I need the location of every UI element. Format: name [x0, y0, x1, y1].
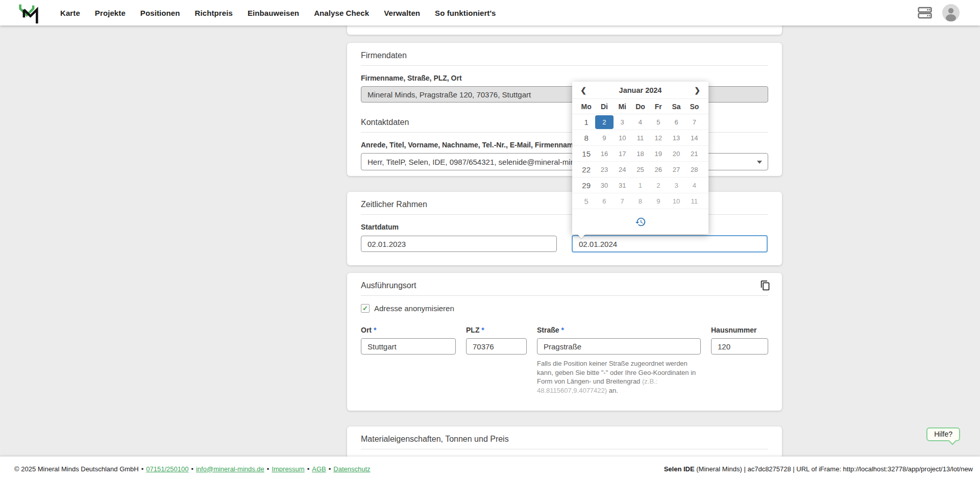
material-title: Materialeigenschaften, Tonnen und Preis — [347, 426, 782, 449]
footer-separator: • — [141, 465, 144, 473]
calendar-day[interactable]: 23 — [595, 163, 613, 176]
nav-right — [918, 4, 960, 21]
nav-item-richtpreis[interactable]: Richtpreis — [195, 9, 233, 17]
calendar-day[interactable]: 2 — [649, 179, 667, 192]
nav-item-projekte[interactable]: Projekte — [95, 9, 126, 17]
calendar-week-row: 15161718192021 — [572, 146, 708, 162]
calendar-day[interactable]: 3 — [667, 179, 685, 192]
zeitraum-title: Zeitlicher Rahmen — [347, 192, 782, 214]
nav-item-analyse-check[interactable]: Analyse Check — [314, 9, 369, 17]
calendar-day[interactable]: 8 — [631, 194, 649, 208]
server-storage-icon[interactable] — [918, 7, 932, 19]
kontaktdaten-title: Kontaktdaten — [347, 103, 782, 132]
mineral-minds-logo[interactable] — [18, 3, 39, 24]
footer-link-07151-250100[interactable]: 07151/250100 — [146, 465, 188, 473]
day-header-di: Di — [595, 103, 613, 111]
help-button[interactable]: Hilfe? — [926, 427, 960, 441]
calendar-day[interactable]: 17 — [614, 147, 631, 161]
calendar-day[interactable]: 3 — [614, 115, 631, 129]
day-header-fr: Fr — [649, 103, 667, 111]
calendar-day[interactable]: 13 — [667, 131, 685, 145]
firmendaten-title: Firmendaten — [347, 43, 782, 65]
nav-item-positionen[interactable]: Positionen — [140, 9, 180, 17]
calendar-day-headers: MoDiMiDoFrSaSo — [572, 99, 708, 114]
calendar-day[interactable]: 24 — [614, 163, 631, 176]
day-header-mo: Mo — [577, 103, 595, 111]
calendar-day[interactable]: 30 — [595, 179, 613, 192]
calendar-day[interactable]: 19 — [649, 147, 667, 161]
anonymize-row: ✓ Adresse anonymisieren — [361, 304, 768, 313]
plz-field: PLZ * — [466, 326, 527, 355]
calendar-day[interactable]: 20 — [667, 147, 685, 161]
calendar-day[interactable]: 9 — [595, 131, 613, 145]
calendar-day[interactable]: 25 — [631, 163, 649, 176]
calendar-day[interactable]: 8 — [577, 131, 595, 145]
calendar-day[interactable]: 21 — [685, 147, 703, 161]
date-row — [361, 236, 768, 252]
calendar-day[interactable]: 11 — [685, 194, 703, 208]
calendar-day[interactable]: 11 — [631, 131, 649, 145]
calendar-day[interactable]: 27 — [667, 163, 685, 176]
calendar-day[interactable]: 31 — [614, 179, 631, 192]
nav-item-so-funktioniert-s[interactable]: So funktioniert's — [435, 9, 496, 17]
prev-month-button[interactable]: ❮ — [578, 86, 589, 94]
footer: © 2025 Mineral Minds Deutschland GmbH•07… — [0, 457, 980, 481]
calendar-day[interactable]: 26 — [649, 163, 667, 176]
footer-separator: • — [191, 465, 193, 473]
next-month-button[interactable]: ❯ — [692, 86, 702, 94]
hausnummer-input[interactable] — [711, 338, 768, 355]
enddatum-input[interactable] — [572, 235, 768, 252]
user-avatar[interactable] — [942, 4, 960, 21]
nav-item-verwalten[interactable]: Verwalten — [384, 9, 420, 17]
calendar-day[interactable]: 29 — [577, 179, 595, 192]
footer-brand: Selen IDE — [664, 465, 695, 473]
required-mark: * — [374, 326, 376, 334]
nav-item-einbauweisen[interactable]: Einbauweisen — [248, 9, 299, 17]
calendar-day[interactable]: 22 — [577, 163, 595, 176]
calendar-day[interactable]: 1 — [577, 115, 595, 129]
footer-link-datenschutz[interactable]: Datenschutz — [333, 465, 370, 473]
calendar-day[interactable]: 7 — [614, 194, 631, 208]
copy-icon[interactable] — [760, 280, 771, 293]
startdatum-input[interactable] — [361, 236, 557, 252]
required-mark: * — [561, 326, 564, 334]
company-label: Firmenname, Straße, PLZ, Ort — [361, 74, 768, 82]
calendar-day[interactable]: 10 — [614, 131, 631, 145]
calendar-day[interactable]: 10 — [667, 194, 685, 208]
strasse-input[interactable] — [537, 338, 701, 355]
footer-link-impressum[interactable]: Impressum — [272, 465, 304, 473]
day-header-mi: Mi — [614, 103, 631, 111]
calendar-day[interactable]: 6 — [667, 115, 685, 129]
plz-input[interactable] — [466, 338, 527, 355]
footer-link-info-mineral-minds-de[interactable]: info@mineral-minds.de — [196, 465, 264, 473]
footer-link-agb[interactable]: AGB — [312, 465, 326, 473]
divider — [361, 65, 768, 66]
plz-label: PLZ * — [466, 326, 527, 334]
calendar-day[interactable]: 28 — [685, 163, 703, 176]
ort-field: Ort * — [361, 326, 456, 355]
datepicker-header: ❮ Januar 2024 ❯ — [572, 82, 708, 99]
calendar-day[interactable]: 9 — [649, 194, 667, 208]
calendar-day[interactable]: 14 — [685, 131, 703, 145]
footer-left: © 2025 Mineral Minds Deutschland GmbH•07… — [14, 465, 371, 473]
calendar-day[interactable]: 6 — [595, 194, 613, 208]
reset-date-icon[interactable] — [635, 216, 646, 227]
calendar-day[interactable]: 7 — [685, 115, 703, 129]
ort-input[interactable] — [361, 338, 456, 355]
calendar-day[interactable]: 15 — [577, 147, 595, 161]
anonymize-checkbox[interactable]: ✓ — [361, 304, 370, 313]
calendar-day[interactable]: 18 — [631, 147, 649, 161]
calendar-day[interactable]: 4 — [685, 179, 703, 192]
calendar-day-selected[interactable]: 2 — [595, 115, 613, 129]
calendar-day[interactable]: 5 — [649, 115, 667, 129]
calendar-day[interactable]: 12 — [649, 131, 667, 145]
calendar-day[interactable]: 16 — [595, 147, 613, 161]
calendar-grid: 1234567891011121314151617181920212223242… — [572, 114, 708, 209]
calendar-week-row: 22232425262728 — [572, 162, 708, 178]
calendar-day[interactable]: 1 — [631, 179, 649, 192]
calendar-day[interactable]: 4 — [631, 115, 649, 129]
datepicker-footer — [572, 209, 708, 234]
calendar-day[interactable]: 5 — [577, 194, 595, 208]
strasse-help-text: Falls die Position keiner Straße zugeord… — [537, 359, 701, 395]
nav-item-karte[interactable]: Karte — [60, 9, 80, 17]
